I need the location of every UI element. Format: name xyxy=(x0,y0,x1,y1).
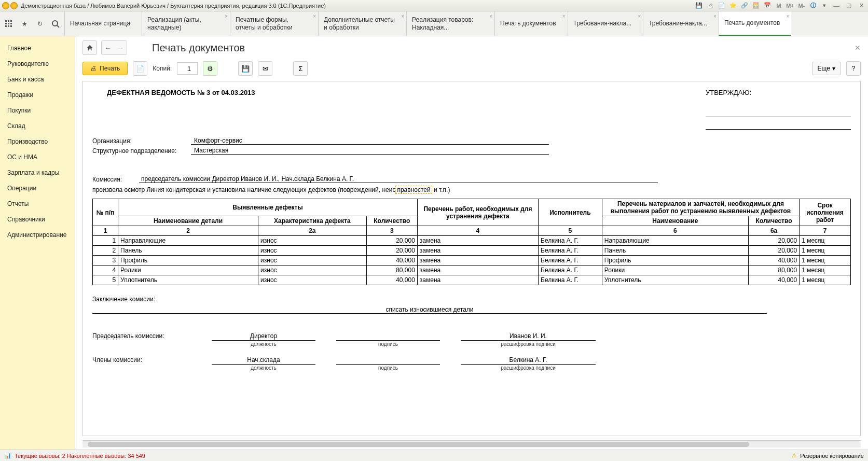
printer-icon: 🖨 xyxy=(90,65,97,72)
close-button[interactable]: ✕ xyxy=(857,2,866,10)
maximize-button[interactable]: ▢ xyxy=(844,2,853,10)
tab-close-icon[interactable]: × xyxy=(562,13,566,19)
org-value: Комфорт-сервис xyxy=(191,137,549,145)
calendar-icon[interactable]: 📅 xyxy=(763,2,771,10)
tab-1[interactable]: Реализация (акты, накладные)× xyxy=(142,11,230,36)
sidebar-item-1[interactable]: Руководителю xyxy=(0,56,75,72)
table-row[interactable]: 5Уплотнительизнос40,000заменаБелкина А. … xyxy=(93,275,851,285)
cell-work: замена xyxy=(417,266,538,275)
home-button[interactable] xyxy=(82,40,97,55)
tab-close-icon[interactable]: × xyxy=(638,13,641,19)
apps-icon[interactable] xyxy=(4,19,13,29)
tab-close-icon[interactable]: × xyxy=(225,13,228,19)
scrollbar-thumb[interactable] xyxy=(88,442,749,447)
tab-6[interactable]: Требования-накла...× xyxy=(568,11,643,36)
mem-mminus[interactable]: M- xyxy=(797,2,806,10)
compare-icon[interactable]: 📄 xyxy=(718,2,726,10)
tab-close-icon[interactable]: × xyxy=(787,13,790,19)
cell-due: 1 месяц xyxy=(800,236,851,246)
member-signature xyxy=(336,356,440,365)
sidebar-item-0[interactable]: Главное xyxy=(0,40,75,56)
cell-exec: Белкина А. Г. xyxy=(539,256,602,266)
highlight-cell[interactable]: правностей xyxy=(395,186,432,194)
tab-7[interactable]: Требование-накла...× xyxy=(643,11,719,36)
tab-3[interactable]: Дополнительные отчеты и обработки× xyxy=(318,11,406,36)
tab-4[interactable]: Реализация товаров: Накладная...× xyxy=(406,11,494,36)
star-icon[interactable]: ★ xyxy=(20,19,29,29)
tab-close-icon[interactable]: × xyxy=(313,13,316,19)
more-button[interactable]: Еще ▾ xyxy=(812,62,841,75)
copies-input[interactable] xyxy=(177,62,198,75)
close-page-button[interactable]: ✕ xyxy=(855,44,861,52)
back-button[interactable]: ← xyxy=(102,41,114,54)
cell-due: 1 месяц xyxy=(800,246,851,256)
sidebar-item-2[interactable]: Банк и касса xyxy=(0,72,75,87)
tab-2[interactable]: Печатные формы, отчеты и обработки× xyxy=(230,11,318,36)
sum-button[interactable]: Σ xyxy=(293,61,308,76)
th-works: Перечень работ, необходимых для устранен… xyxy=(417,199,538,226)
forward-button[interactable]: → xyxy=(114,41,127,54)
calc-icon[interactable]: 🧮 xyxy=(752,2,760,10)
th-qty: Количество xyxy=(366,216,417,226)
chevron-down-icon: ▾ xyxy=(832,65,835,72)
table-row[interactable]: 2Панельизнос20,000заменаБелкина А. Г.Пан… xyxy=(93,246,851,256)
tab-0[interactable]: Начальная страница xyxy=(64,11,142,36)
sidebar-item-10[interactable]: Отчеты xyxy=(0,196,75,212)
app-menu-dropdown[interactable] xyxy=(10,2,18,9)
warning-icon[interactable]: ⚠ xyxy=(792,452,797,459)
backup-text[interactable]: Резервное копирование xyxy=(800,453,864,459)
mem-m[interactable]: M xyxy=(775,2,783,10)
table-row[interactable]: 1Направляющиеизнос20,000заменаБелкина А.… xyxy=(93,236,851,246)
tab-label: Требования-накла... xyxy=(573,20,632,27)
print-button[interactable]: 🖨 Печать xyxy=(82,62,128,75)
tab-5[interactable]: Печать документов× xyxy=(494,11,568,36)
tab-close-icon[interactable]: × xyxy=(401,13,404,19)
chairman-position: Директор xyxy=(212,332,315,341)
app-icon[interactable] xyxy=(2,2,9,9)
cell-work: замена xyxy=(417,275,538,285)
horizontal-scrollbar[interactable] xyxy=(82,440,861,448)
settings-button[interactable]: ⚙ xyxy=(203,61,217,76)
cell-mqty: 80,000 xyxy=(748,266,799,275)
th-subhead: 2 xyxy=(118,226,258,236)
cell-qty: 20,000 xyxy=(366,236,417,246)
dept-value: Мастерская xyxy=(191,147,549,155)
svg-rect-6 xyxy=(5,25,7,27)
save-icon[interactable]: 💾 xyxy=(695,2,703,10)
sidebar-item-12[interactable]: Администрирование xyxy=(0,227,75,243)
mem-mplus[interactable]: M+ xyxy=(786,2,794,10)
sidebar-item-5[interactable]: Склад xyxy=(0,118,75,134)
dropdown-icon[interactable]: ▾ xyxy=(820,2,829,10)
tab-close-icon[interactable]: × xyxy=(713,13,717,19)
save-file-button[interactable]: 💾 xyxy=(238,61,253,76)
document-area[interactable]: ДЕФЕКТНАЯ ВЕДОМОСТЬ № 3 от 04.03.2013 УТ… xyxy=(82,81,861,436)
sidebar-item-3[interactable]: Продажи xyxy=(0,87,75,103)
table-row[interactable]: 4Роликиизнос80,000заменаБелкина А. Г.Рол… xyxy=(93,266,851,275)
svg-rect-1 xyxy=(8,20,9,22)
th-subhead: 4 xyxy=(417,226,538,236)
search-icon[interactable] xyxy=(51,19,60,29)
link-icon[interactable]: 🔗 xyxy=(740,2,749,10)
sidebar-item-8[interactable]: Зарплата и кадры xyxy=(0,165,75,180)
conclusion-value: списать износившиеся детали xyxy=(92,306,767,314)
help-button[interactable]: ? xyxy=(846,61,861,76)
favorite-icon[interactable]: ⭐ xyxy=(729,2,737,10)
print-icon[interactable]: 🖨 xyxy=(706,2,714,10)
sidebar-item-9[interactable]: Операции xyxy=(0,180,75,196)
preview-button[interactable]: 📄 xyxy=(133,61,147,76)
sidebar-item-7[interactable]: ОС и НМА xyxy=(0,149,75,165)
email-button[interactable]: ✉ xyxy=(258,61,272,76)
perf-icon[interactable]: 📊 xyxy=(4,452,11,459)
history-icon[interactable]: ↻ xyxy=(35,19,45,29)
tab-close-icon[interactable]: × xyxy=(489,13,492,19)
info-icon[interactable]: ⓘ xyxy=(809,2,817,10)
sidebar-item-11[interactable]: Справочники xyxy=(0,212,75,227)
sidebar-item-6[interactable]: Производство xyxy=(0,134,75,149)
th-subhead: 6а xyxy=(748,226,799,236)
tab-8[interactable]: Печать документов× xyxy=(719,11,792,36)
cell-num: 2 xyxy=(93,246,118,256)
cell-exec: Белкина А. Г. xyxy=(539,266,602,275)
table-row[interactable]: 3Профильизнос40,000заменаБелкина А. Г.Пр… xyxy=(93,256,851,266)
minimize-button[interactable]: — xyxy=(832,2,841,10)
sidebar-item-4[interactable]: Покупки xyxy=(0,103,75,118)
